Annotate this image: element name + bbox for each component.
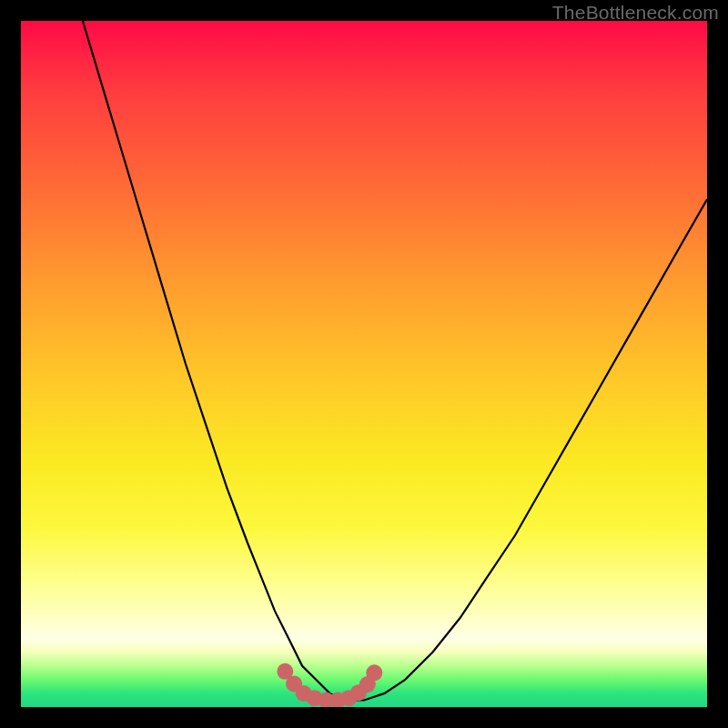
chart-plot-area <box>21 21 707 707</box>
bottleneck-curve-path <box>83 21 707 701</box>
chart-frame: TheBottleneck.com <box>0 0 728 728</box>
bottom-marker-group <box>277 663 382 707</box>
bottleneck-curve-svg <box>21 21 707 707</box>
watermark-text: TheBottleneck.com <box>552 2 719 24</box>
bottom-marker-dot <box>366 664 382 681</box>
